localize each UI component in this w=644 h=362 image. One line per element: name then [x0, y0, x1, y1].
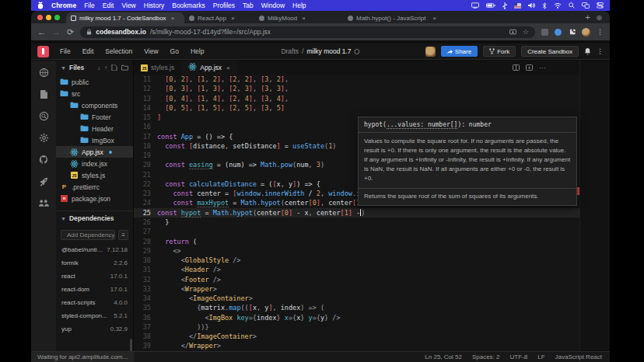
live-icon[interactable]: [38, 197, 50, 209]
dependencies-scrollbar[interactable]: [130, 339, 132, 351]
editor-tab-App-jsx[interactable]: App.jsx×: [181, 61, 237, 75]
back-button[interactable]: ←: [37, 28, 46, 37]
new-file-icon[interactable]: [111, 64, 117, 71]
code-line-27[interactable]: 27: [134, 227, 579, 236]
notifications-bell-icon[interactable]: [584, 47, 591, 55]
bookmark-star-icon[interactable]: ☆: [523, 28, 529, 36]
status-item-3[interactable]: LF: [537, 353, 544, 360]
split-view-icon[interactable]: [513, 64, 520, 71]
file-tree-item-components[interactable]: components: [56, 99, 133, 111]
dependency-row[interactable]: formik2.2.6: [56, 256, 133, 270]
menubar-item-tab[interactable]: Tab: [243, 2, 254, 9]
blue-extension-icon[interactable]: [555, 29, 562, 36]
explorer-icon[interactable]: [38, 89, 50, 100]
extension-box-icon[interactable]: [541, 29, 548, 36]
editor-more-icon[interactable]: ⋯: [539, 64, 545, 71]
status-item-0[interactable]: Ln 25, Col 52: [425, 353, 462, 360]
menubar-item-file[interactable]: File: [84, 2, 95, 9]
tab-search-icon[interactable]: ◎: [597, 14, 610, 23]
file-tree-item--prettierrc[interactable]: P.prettierrc: [56, 181, 133, 193]
code-line-31[interactable]: 31 <Header />: [134, 265, 579, 274]
status-item-1[interactable]: Spaces: 2: [472, 353, 500, 360]
menu-kebab-icon[interactable]: ⋮: [597, 28, 604, 36]
browser-tab-4[interactable]: Math.hypot() - JavaScript | M×: [343, 12, 441, 23]
status-item-4[interactable]: JavaScript React: [555, 353, 602, 360]
dependency-list-icon[interactable]: ≡: [118, 230, 128, 240]
add-dependency-input[interactable]: Add Dependency: [61, 230, 115, 240]
file-tree-item-imgbox[interactable]: ImgBox: [56, 134, 133, 146]
breadcrumb-folder[interactable]: Drafts: [281, 47, 299, 55]
dependencies-section-header[interactable]: ▼ Dependencies: [56, 211, 133, 225]
code-line-38[interactable]: 38 </ImageContainer>: [134, 332, 579, 341]
sandbox-title[interactable]: milky mood 1.7: [306, 47, 351, 55]
dependency-row[interactable]: styled-compon...5.2.1: [56, 309, 133, 322]
new-tab-button[interactable]: +: [581, 12, 597, 23]
header-kebab-icon[interactable]: ⋮: [597, 47, 604, 55]
csb-menu-file[interactable]: File: [60, 47, 71, 55]
dependency-row[interactable]: react17.0.1: [56, 270, 133, 283]
share-button[interactable]: Share: [441, 46, 478, 57]
zoom-window-button[interactable]: [54, 15, 60, 20]
file-tree-item-public[interactable]: public: [56, 76, 133, 88]
menubar-item-edit[interactable]: Edit: [103, 2, 114, 9]
bluetooth-icon[interactable]: [542, 2, 547, 9]
code-line-39[interactable]: 39 </Wrapper>: [134, 341, 579, 350]
menubar-item-window[interactable]: Window: [261, 2, 285, 9]
dependency-row[interactable]: react-dom17.0.1: [56, 283, 133, 296]
apple-menu-icon[interactable]: [37, 2, 44, 9]
wifi-icon[interactable]: [554, 2, 562, 9]
dependency-row[interactable]: yup0.32.9: [56, 322, 133, 336]
close-window-button[interactable]: [37, 15, 43, 20]
csb-menu-go[interactable]: Go: [170, 47, 179, 55]
input-source-icon[interactable]: [514, 3, 521, 9]
code-line-12[interactable]: 12 [0, 3], [1, 3], [2, 3], [3, 3],: [134, 84, 579, 93]
layout-icon[interactable]: [526, 64, 533, 71]
code-line-26[interactable]: 26 }: [134, 218, 579, 227]
browser-tab-3[interactable]: MilkyMood×: [254, 12, 343, 23]
code-line-34[interactable]: 34 <ImageContainer>: [134, 294, 579, 303]
file-tree-item-src[interactable]: src: [56, 88, 133, 99]
menubar-item-help[interactable]: Help: [292, 2, 306, 9]
file-tree-item-app-jsx[interactable]: App.jsx: [56, 146, 133, 158]
codesandbox-logo[interactable]: [37, 46, 49, 57]
code-line-37[interactable]: 37 ))}: [134, 322, 579, 332]
code-line-14[interactable]: 14 [0, 5], [1, 5], [2, 5], [3, 5]: [134, 103, 579, 113]
install-icon[interactable]: [509, 29, 516, 36]
user-avatar[interactable]: [425, 47, 436, 57]
csb-menu-help[interactable]: Help: [191, 47, 204, 55]
usb-icon[interactable]: [502, 2, 507, 9]
editor-tab-styles-js[interactable]: JSstyles.js: [134, 61, 181, 75]
code-line-32[interactable]: 32 <Footer />: [134, 275, 579, 284]
battery-icon[interactable]: [486, 3, 495, 8]
csb-menu-selection[interactable]: Selection: [105, 47, 132, 55]
tab-close-icon[interactable]: ×: [170, 15, 175, 22]
code-line-28[interactable]: 28 return (: [134, 237, 579, 246]
menubar-item-view[interactable]: View: [121, 2, 135, 9]
settings-icon[interactable]: [38, 132, 50, 144]
code-line-11[interactable]: 11 [0, 2], [1, 2], [2, 2], [3, 2],: [134, 75, 579, 84]
menubar-app-name[interactable]: Chrome: [51, 2, 76, 9]
tab-close-icon[interactable]: ×: [229, 15, 235, 22]
deployment-icon[interactable]: [38, 176, 50, 187]
download-icon[interactable]: ↓: [97, 64, 100, 71]
code-line-35[interactable]: 35 {matrix.map(([x, y], index) => (: [134, 303, 579, 312]
forward-button[interactable]: →: [52, 28, 61, 37]
github-icon[interactable]: [38, 154, 50, 165]
control-center-icon[interactable]: [597, 2, 604, 9]
address-bar[interactable]: codesandbox.io /s/milky-mood-17-d14yd?fi…: [80, 26, 535, 38]
tab-close-icon[interactable]: ×: [431, 15, 436, 22]
dependency-row[interactable]: @babel/runtime7.12.18: [56, 243, 133, 256]
fork-button[interactable]: Fork: [483, 46, 516, 57]
close-icon[interactable]: ×: [226, 64, 230, 71]
menubar-item-profiles[interactable]: Profiles: [213, 2, 235, 9]
screen-mirroring-icon[interactable]: [471, 2, 479, 9]
new-folder-icon[interactable]: [121, 64, 128, 71]
search-icon[interactable]: [38, 110, 50, 122]
volume-icon[interactable]: [528, 2, 535, 9]
privacy-icon[interactable]: [355, 49, 360, 54]
upload-icon[interactable]: ↑: [104, 64, 107, 71]
create-sandbox-button[interactable]: Create Sandbox: [521, 46, 579, 57]
profile-avatar[interactable]: [582, 28, 590, 37]
browser-tab-2[interactable]: React App×: [184, 12, 254, 23]
minimize-window-button[interactable]: [46, 15, 51, 20]
